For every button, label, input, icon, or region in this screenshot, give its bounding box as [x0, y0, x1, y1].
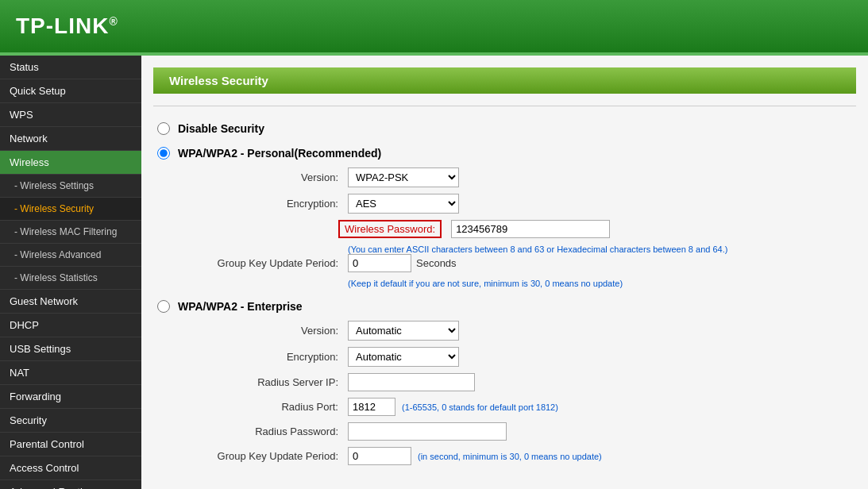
- wireless-password-input[interactable]: [451, 220, 610, 238]
- wpa-enterprise-encryption-row: Encryption: Automatic TKIP AES: [157, 347, 852, 367]
- sidebar-item-quick-setup[interactable]: Quick Setup: [0, 79, 141, 103]
- wpa-enterprise-label[interactable]: WPA/WPA2 - Enterprise: [157, 300, 852, 313]
- wpa-personal-section: WPA/WPA2 - Personal(Recommended) Version…: [157, 147, 852, 288]
- radius-ip-input[interactable]: [348, 373, 475, 391]
- group-key-label-personal: Group Key Update Period:: [189, 257, 348, 269]
- wpa-personal-encryption-row: Encryption: Automatic TKIP AES: [157, 194, 852, 214]
- sidebar-item-wireless-mac[interactable]: - Wireless MAC Filtering: [0, 221, 141, 244]
- version-select-personal[interactable]: Automatic WPA-PSK WPA2-PSK: [348, 167, 459, 187]
- divider-top: [153, 106, 856, 106]
- sidebar-item-wireless-advanced[interactable]: - Wireless Advanced: [0, 244, 141, 267]
- radius-password-input[interactable]: [348, 422, 507, 441]
- radius-password-row: Radius Password:: [157, 422, 852, 441]
- version-select-enterprise[interactable]: Automatic WPA WPA2: [348, 321, 459, 341]
- sidebar-item-nat[interactable]: NAT: [0, 361, 141, 385]
- sidebar-item-wireless[interactable]: Wireless: [0, 151, 141, 175]
- wpa-personal-label[interactable]: WPA/WPA2 - Personal(Recommended): [157, 147, 852, 160]
- sidebar-item-usb-settings[interactable]: USB Settings: [0, 337, 141, 361]
- wpa-enterprise-group-key-row: Group Key Update Period: (in second, min…: [157, 447, 852, 465]
- wpa-enterprise-section: WPA/WPA2 - Enterprise Version: Automatic…: [157, 300, 852, 465]
- sidebar-item-guest-network[interactable]: Guest Network: [0, 290, 141, 314]
- wpa-personal-password-row: Wireless Password:: [157, 220, 852, 238]
- sidebar-item-dhcp[interactable]: DHCP: [0, 314, 141, 337]
- sidebar: Status Quick Setup WPS Network Wireless …: [0, 56, 141, 489]
- radius-password-label: Radius Password:: [189, 425, 348, 437]
- sidebar-item-network[interactable]: Network: [0, 127, 141, 151]
- sidebar-item-security[interactable]: Security: [0, 409, 141, 433]
- group-key-note-enterprise: (in second, minimum is 30, 0 means no up…: [418, 452, 602, 461]
- version-label-enterprise: Version:: [189, 325, 348, 337]
- content-area: Wireless Security Disable Security WPA/W…: [141, 56, 868, 489]
- disable-security-label[interactable]: Disable Security: [157, 122, 852, 135]
- sidebar-item-status[interactable]: Status: [0, 56, 141, 79]
- main-layout: Status Quick Setup WPS Network Wireless …: [0, 56, 868, 489]
- seconds-label: Seconds: [416, 257, 457, 269]
- group-key-label-enterprise: Group Key Update Period:: [189, 450, 348, 462]
- wpa-personal-group-key-row: Group Key Update Period: Seconds: [157, 254, 852, 272]
- radius-port-input[interactable]: [348, 398, 395, 416]
- disable-security-section: Disable Security: [157, 122, 852, 135]
- password-note: (You can enter ASCII characters between …: [157, 244, 852, 254]
- sidebar-item-wireless-stats[interactable]: - Wireless Statistics: [0, 267, 141, 290]
- encryption-select-enterprise[interactable]: Automatic TKIP AES: [348, 347, 459, 367]
- wpa-personal-version-row: Version: Automatic WPA-PSK WPA2-PSK: [157, 167, 852, 187]
- radius-ip-label: Radius Server IP:: [189, 376, 348, 388]
- content-body: Disable Security WPA/WPA2 - Personal(Rec…: [141, 114, 868, 485]
- wpa-enterprise-radio[interactable]: [157, 300, 170, 313]
- sidebar-item-wireless-settings[interactable]: - Wireless Settings: [0, 175, 141, 198]
- logo-text: TP-LINK®: [16, 13, 118, 38]
- radius-ip-row: Radius Server IP:: [157, 373, 852, 391]
- group-key-note-personal: (Keep it default if you are not sure, mi…: [157, 279, 852, 288]
- sidebar-item-advanced-routing[interactable]: Advanced Routing: [0, 480, 141, 489]
- sidebar-item-parental-control[interactable]: Parental Control: [0, 433, 141, 456]
- wpa-enterprise-version-row: Version: Automatic WPA WPA2: [157, 321, 852, 341]
- header: TP-LINK®: [0, 0, 868, 56]
- sidebar-item-forwarding[interactable]: Forwarding: [0, 385, 141, 409]
- radius-port-note: (1-65535, 0 stands for default port 1812…: [402, 402, 558, 412]
- group-key-input-enterprise[interactable]: [348, 447, 411, 465]
- page-title-bar: Wireless Security: [153, 67, 856, 94]
- encryption-label-personal: Encryption:: [189, 198, 348, 210]
- password-label: Wireless Password:: [338, 220, 442, 238]
- encryption-label-enterprise: Encryption:: [189, 351, 348, 363]
- sidebar-item-wps[interactable]: WPS: [0, 103, 141, 127]
- wpa-personal-radio[interactable]: [157, 147, 170, 160]
- logo: TP-LINK®: [16, 13, 118, 39]
- disable-security-radio[interactable]: [157, 122, 170, 135]
- sidebar-item-access-control[interactable]: Access Control: [0, 456, 141, 480]
- encryption-select-personal[interactable]: Automatic TKIP AES: [348, 194, 459, 214]
- version-label-personal: Version:: [189, 171, 348, 183]
- radius-port-row: Radius Port: (1-65535, 0 stands for defa…: [157, 398, 852, 416]
- group-key-input-personal[interactable]: [348, 254, 411, 272]
- page-title: Wireless Security: [169, 74, 268, 87]
- radius-port-label: Radius Port:: [189, 401, 348, 413]
- sidebar-item-wireless-security[interactable]: - Wireless Security: [0, 198, 141, 221]
